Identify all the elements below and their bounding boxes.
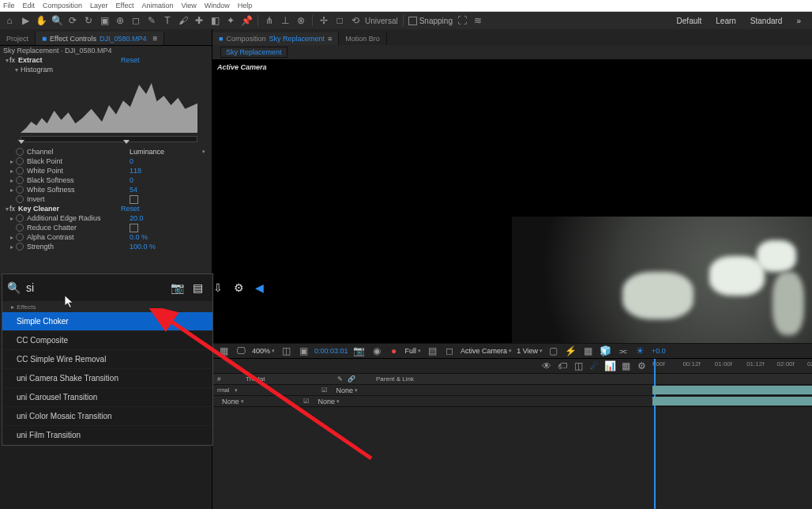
search-result-item[interactable]: uni Color Mosaic Transition	[2, 407, 212, 426]
animate-toggle-icon[interactable]	[16, 186, 24, 194]
graph-icon[interactable]: 📊	[603, 360, 616, 372]
property-value[interactable]: 118	[130, 167, 141, 175]
workspace-option[interactable]: Standard	[750, 17, 783, 25]
parent-dropdown[interactable]: None▾	[332, 386, 363, 395]
gear-icon[interactable]: ⚙	[232, 281, 245, 294]
comp-viewer[interactable]: Active Camera	[212, 59, 812, 343]
reset-link[interactable]: Reset	[121, 205, 140, 213]
parent-dropdown[interactable]: None▾	[314, 397, 345, 406]
zoom-select[interactable]: 400%▾	[252, 347, 275, 355]
snap-menu-icon[interactable]: ⛶	[456, 14, 468, 27]
pixel-aspect-icon[interactable]: ▢	[547, 345, 560, 357]
3d-icon[interactable]: 🧊	[600, 345, 612, 357]
channels-icon[interactable]: ◉	[370, 345, 383, 357]
menu-item[interactable]: View	[181, 2, 196, 9]
mode-header-icon[interactable]: ✎	[337, 375, 343, 383]
composition-tab[interactable]: ■ Composition Sky Replacement ≡	[212, 32, 339, 45]
twirl-icon[interactable]: ▸	[9, 243, 14, 251]
parent-header-icon[interactable]: 🔗	[348, 375, 355, 383]
exposure-value[interactable]: +0.0	[652, 347, 666, 355]
twirl-icon[interactable]: ▸	[9, 187, 14, 194]
effect-controls-tab[interactable]: ■ Effect Controls DJI_0580.MP4 ≡	[36, 32, 164, 45]
effects-search-input[interactable]	[24, 281, 166, 295]
snapshot-icon[interactable]: 📷	[353, 345, 366, 357]
orbit-tool-icon[interactable]: ⟳	[66, 14, 79, 27]
brain-icon[interactable]: ⚙	[635, 360, 648, 372]
menu-item[interactable]: Window	[205, 2, 230, 9]
timeline-layer-row[interactable]: None▾ ☑ None▾	[212, 396, 812, 407]
share-icon[interactable]: ◀	[253, 281, 265, 294]
animate-toggle-icon[interactable]	[16, 195, 24, 203]
twirl-icon[interactable]: ▸	[9, 158, 14, 165]
share-icon[interactable]: ⫘	[617, 345, 630, 357]
snapping-toggle[interactable]: Snapping	[408, 17, 453, 25]
search-result-item[interactable]: CC Simple Wire Removal	[2, 350, 212, 369]
menu-item[interactable]: File	[3, 2, 15, 9]
fast-preview-icon[interactable]: ⚡	[565, 345, 577, 357]
pan-behind-tool-icon[interactable]: ⊕	[114, 14, 126, 27]
transparency-icon[interactable]: ▤	[426, 345, 438, 357]
layer-clip[interactable]	[652, 397, 812, 405]
motion-bro-tab[interactable]: Motion Bro	[339, 32, 387, 45]
search-result-item[interactable]: uni Film Transition	[2, 426, 212, 445]
blend-mode-label[interactable]: rmal	[217, 386, 230, 394]
menu-item[interactable]: Effect	[116, 2, 134, 9]
rotate-tool-icon[interactable]: ↻	[82, 14, 95, 27]
views-select[interactable]: 1 View▾	[517, 347, 543, 355]
fx-badge-icon[interactable]: fx	[9, 205, 15, 213]
checkbox[interactable]	[130, 224, 138, 232]
world-axis-icon[interactable]: ⊗	[295, 14, 307, 27]
move-icon[interactable]: ✢	[318, 14, 330, 27]
camera-select[interactable]: Active Camera▾	[461, 347, 512, 355]
animate-toggle-icon[interactable]	[16, 233, 24, 241]
menu-item[interactable]: Layer	[90, 2, 108, 9]
resolution-icon[interactable]: ◫	[280, 345, 292, 357]
pen-tool-icon[interactable]: ✎	[145, 14, 158, 27]
cycle-icon[interactable]: ⟲	[349, 14, 362, 27]
layer-clip[interactable]	[652, 386, 812, 394]
animate-toggle-icon[interactable]	[16, 224, 24, 232]
reset-link[interactable]: Reset	[121, 56, 140, 64]
puppet-tool-icon[interactable]: 📌	[240, 14, 253, 27]
property-dropdown[interactable]: Luminance	[130, 148, 164, 156]
monitor-icon[interactable]: 🖵	[235, 345, 247, 357]
twirl-icon[interactable]: ▸	[9, 234, 14, 241]
twirl-icon[interactable]: ▸	[9, 215, 14, 222]
property-value[interactable]: 20.0	[130, 214, 144, 222]
hand-tool-icon[interactable]: ✋	[35, 14, 47, 27]
grid-icon[interactable]: ▦	[217, 345, 230, 357]
property-value[interactable]: 0	[130, 176, 133, 184]
roto-tool-icon[interactable]: ✦	[224, 14, 237, 27]
zoom-tool-icon[interactable]: 🔍	[51, 14, 63, 27]
animate-toggle-icon[interactable]	[16, 214, 24, 222]
camera-tool-icon[interactable]: ▣	[98, 14, 111, 27]
tab-menu-icon[interactable]: ≡	[328, 35, 332, 43]
shy-icon[interactable]: 👁	[540, 360, 553, 372]
search-result-item[interactable]: Simple Choker	[2, 312, 212, 331]
twirl-icon[interactable]: ▸	[9, 177, 14, 184]
local-axis-icon[interactable]: ⊥	[279, 14, 291, 27]
frame-blend-icon[interactable]: ◫	[572, 360, 585, 372]
clone-tool-icon[interactable]: ✚	[193, 14, 205, 27]
rect-icon[interactable]: □	[333, 14, 346, 27]
menu-item[interactable]: Help	[238, 2, 253, 9]
text-tool-icon[interactable]: T	[161, 14, 174, 27]
close-icon[interactable]: ≡	[152, 34, 157, 43]
workspace-option[interactable]: Learn	[716, 17, 736, 25]
menu-item[interactable]: Composition	[43, 2, 82, 9]
property-value[interactable]: 100.0 %	[130, 243, 156, 251]
chevron-down-icon[interactable]: ▾	[202, 149, 205, 155]
axis-constraint-icon[interactable]: ⋔	[263, 14, 276, 27]
brush-tool-icon[interactable]: 🖌	[177, 14, 190, 27]
menu-item[interactable]: Animation	[141, 2, 173, 9]
dopesheet-icon[interactable]: ▦	[619, 360, 632, 372]
exposure-icon[interactable]: ☀	[634, 345, 647, 357]
property-value[interactable]: 0	[130, 157, 133, 165]
breadcrumb-chip[interactable]: Sky Replacement	[220, 47, 288, 58]
timecode-icon[interactable]: ▣	[297, 345, 310, 357]
color-icon[interactable]: ●	[388, 345, 400, 357]
twirl-icon[interactable]: ▸	[9, 168, 14, 175]
timeline-layer-row[interactable]: rmal▾ ☑ None▾	[212, 385, 812, 396]
mask-icon[interactable]: ▦	[582, 345, 595, 357]
workspace-chevron-icon[interactable]: »	[796, 17, 801, 25]
